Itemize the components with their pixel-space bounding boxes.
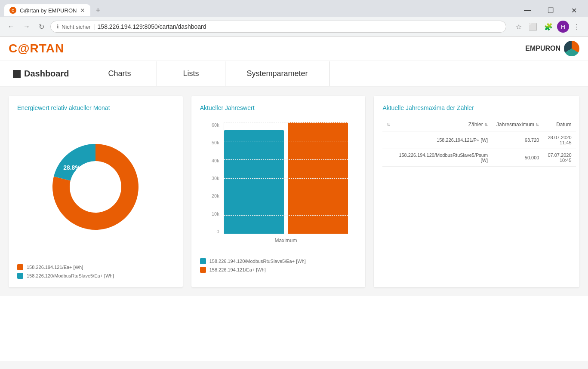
logo-text: C@RTAN (9, 42, 64, 55)
not-secure-icon: ℹ (57, 24, 59, 30)
bar-chart-card: Aktueller Jahreswert 0 10k 20k 30k 40k 5… (191, 96, 366, 287)
bar-legend: 158.226.194.120/ModbusRtuSlave5/Ea+ [Wh]… (200, 258, 357, 273)
col-header-zaehler[interactable]: Zähler ⇅ (394, 118, 492, 131)
row2-zaehler: 158.226.194.120/ModbusRtuSlave5/Psum [W] (394, 149, 492, 167)
sort-icon-maximum: ⇅ (536, 122, 539, 127)
dashboard-label: Dashboard (24, 69, 69, 79)
tab-favicon: C (9, 7, 16, 14)
app-header: C@RTAN EMPURON (0, 37, 588, 61)
dashboard-icon (13, 70, 21, 78)
y-axis: 0 10k 20k 30k 40k 50k 60k (200, 122, 219, 234)
translate-button[interactable]: ⬜ (526, 21, 540, 33)
data-table: ⇅ Zähler ⇅ Jahresmaximum ⇅ Datum (382, 118, 576, 167)
profile-button[interactable]: H (557, 21, 569, 33)
bar-teal (224, 122, 284, 234)
row2-col0 (382, 149, 394, 167)
browser-chrome: C C@rtan by EMPURON ✕ + — ❐ ✕ ← → ↻ ℹ Ni… (0, 0, 588, 37)
restore-button[interactable]: ❐ (541, 3, 560, 17)
table-header-row: ⇅ Zähler ⇅ Jahresmaximum ⇅ Datum (382, 118, 576, 131)
bars-container (224, 122, 348, 234)
bar-chart-title: Aktueller Jahreswert (200, 104, 357, 111)
y-label-0: 0 (200, 229, 219, 234)
legend-item-orange: 158.226.194.121/Ea+ [Wh] (17, 264, 174, 270)
main-content: Energiewert relativ aktueller Monat 71.2… (0, 87, 588, 296)
app: C@RTAN EMPURON Dashboard Charts Lists Sy… (0, 37, 588, 361)
new-tab-button[interactable]: + (92, 4, 104, 17)
extensions-button[interactable]: 🧩 (542, 21, 555, 33)
address-bar[interactable]: ℹ Nicht sicher | 158.226.194.129:8050/ca… (50, 21, 506, 33)
empuron-logo: EMPURON (525, 41, 579, 56)
app-nav: Dashboard Charts Lists Systemparameter (0, 61, 588, 87)
donut-chart-container: 71.2% 28.8% (17, 118, 174, 256)
toolbar-icons: ☆ ⬜ 🧩 H ⋮ (513, 21, 583, 33)
sort-icon-zaehler: ⇅ (484, 122, 488, 127)
window-controls: — ❐ ✕ (517, 3, 584, 17)
y-label-5: 50k (200, 140, 219, 145)
separator: | (93, 23, 95, 30)
app-logo: C@RTAN (9, 42, 64, 55)
col-header-maximum[interactable]: Jahresmaximum ⇅ (492, 118, 543, 131)
empuron-label: EMPURON (525, 45, 560, 52)
col-header-0[interactable]: ⇅ (382, 118, 394, 131)
forward-button[interactable]: → (21, 21, 33, 32)
bar-fill-orange (288, 122, 348, 234)
legend-color-teal (17, 273, 23, 279)
y-label-3: 30k (200, 176, 219, 181)
bar-fill-teal (224, 130, 284, 234)
bar-legend-item-orange: 158.226.194.121/Ea+ [Wh] (200, 267, 357, 273)
y-label-4: 40k (200, 158, 219, 163)
col-header-datum[interactable]: Datum (543, 118, 576, 131)
legend-label-orange: 158.226.194.121/Ea+ [Wh] (27, 265, 83, 270)
table-card: Aktuelle Jahresmaxima der Zähler ⇅ Zähle… (374, 96, 579, 287)
table-row: 158.226.194.120/ModbusRtuSlave5/Psum [W]… (382, 149, 576, 167)
row2-datum: 07.07.2020 10:45 (543, 149, 576, 167)
nav-tab-lists[interactable]: Lists (157, 61, 225, 86)
systemparameter-tab-label: Systemparameter (247, 69, 308, 78)
row1-maximum: 63.720 (492, 131, 543, 149)
row1-col0 (382, 131, 394, 149)
bar-legend-item-teal: 158.226.194.120/ModbusRtuSlave5/Ea+ [Wh] (200, 258, 357, 264)
x-axis-label: Maximum (224, 238, 348, 244)
y-label-1: 10k (200, 211, 219, 217)
bar-legend-label-teal: 158.226.194.120/ModbusRtuSlave5/Ea+ [Wh] (209, 259, 306, 264)
row1-datum: 28.07.2020 11:45 (543, 131, 576, 149)
back-button[interactable]: ← (5, 21, 17, 32)
bar-legend-label-orange: 158.226.194.121/Ea+ [Wh] (209, 267, 266, 272)
donut-svg: 71.2% 28.8% (35, 127, 156, 247)
table-body: 158.226.194.121/P+ [W] 63.720 28.07.2020… (382, 131, 576, 167)
legend-label-teal: 158.226.120/ModbusRtuSlave5/Ea+ [Wh] (27, 273, 114, 278)
charts-tab-label: Charts (108, 69, 131, 78)
bar-orange (288, 122, 348, 234)
table-title: Aktuelle Jahresmaxima der Zähler (382, 104, 571, 111)
bar-chart-wrapper: 0 10k 20k 30k 40k 50k 60k (200, 118, 357, 251)
nav-tab-systemparameter[interactable]: Systemparameter (225, 61, 330, 86)
y-label-6: 60k (200, 122, 219, 128)
minimize-button[interactable]: — (517, 3, 537, 17)
y-label-2: 20k (200, 193, 219, 198)
browser-toolbar: ← → ↻ ℹ Nicht sicher | 158.226.194.129:8… (0, 17, 588, 37)
empuron-icon (564, 41, 579, 56)
nav-dashboard[interactable]: Dashboard (0, 61, 82, 86)
donut-legend: 158.226.194.121/Ea+ [Wh] 158.226.120/Mod… (17, 264, 174, 279)
bookmark-button[interactable]: ☆ (513, 21, 524, 33)
not-secure-label: Nicht sicher (62, 24, 91, 30)
donut-label-orange: 71.2% (98, 194, 115, 201)
tab-close-button[interactable]: ✕ (80, 7, 85, 14)
menu-button[interactable]: ⋮ (571, 21, 583, 33)
row1-zaehler: 158.226.194.121/P+ [W] (394, 131, 492, 149)
title-bar: C C@rtan by EMPURON ✕ + — ❐ ✕ (0, 0, 588, 17)
address-text[interactable]: 158.226.194.129:8050/cartan/dashboard (98, 23, 500, 30)
close-button[interactable]: ✕ (564, 3, 584, 17)
reload-button[interactable]: ↻ (36, 21, 47, 33)
lists-tab-label: Lists (183, 69, 199, 78)
row2-maximum: 50.000 (492, 149, 543, 167)
donut-chart-card: Energiewert relativ aktueller Monat 71.2… (9, 96, 183, 287)
browser-tab[interactable]: C C@rtan by EMPURON ✕ (4, 4, 90, 16)
bar-legend-color-teal (200, 258, 206, 264)
donut-chart-title: Energiewert relativ aktueller Monat (17, 104, 174, 111)
legend-item-teal: 158.226.120/ModbusRtuSlave5/Ea+ [Wh] (17, 273, 174, 279)
sort-icon-0: ⇅ (387, 122, 390, 127)
table-header: ⇅ Zähler ⇅ Jahresmaximum ⇅ Datum (382, 118, 576, 131)
donut-label-teal: 28.8% (63, 164, 80, 171)
nav-tab-charts[interactable]: Charts (82, 61, 157, 86)
